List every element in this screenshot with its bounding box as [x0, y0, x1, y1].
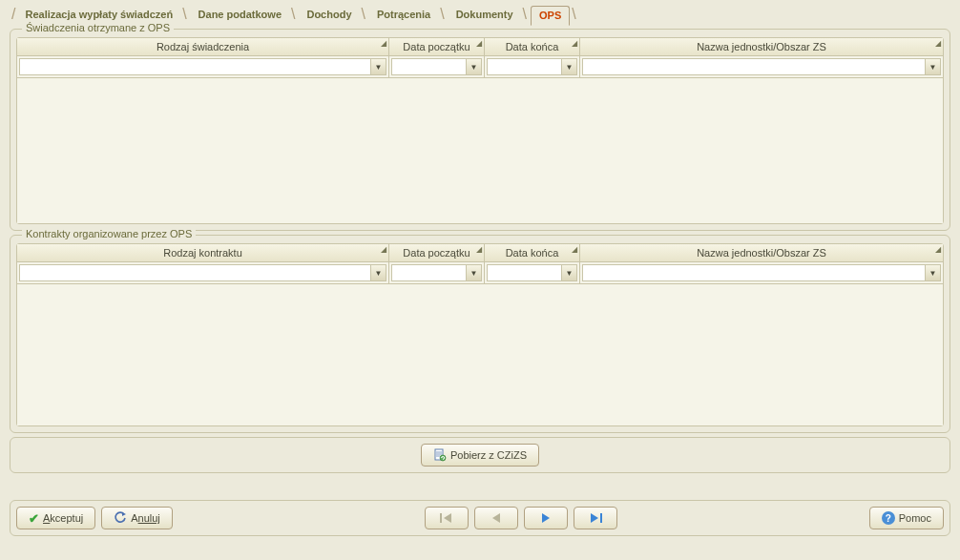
help-icon: ?: [882, 511, 895, 525]
grid-filter-row: ▼ ▼ ▼ ▼: [17, 262, 943, 284]
dropdown-icon[interactable]: ▼: [370, 265, 386, 280]
filter-rodzaj-kontraktu[interactable]: ▼: [19, 264, 386, 281]
accept-button[interactable]: ✔ Akceptuj: [16, 507, 95, 529]
svg-marker-5: [444, 513, 451, 523]
dropdown-icon[interactable]: ▼: [925, 265, 940, 280]
svg-marker-8: [591, 513, 598, 523]
col-data-konca[interactable]: Data końca◢: [485, 244, 580, 261]
nav-prev-button[interactable]: [474, 507, 518, 529]
group-kontrakty-ops: Kontrakty organizowane przez OPS Rodzaj …: [10, 235, 950, 433]
tab-label: OPS: [531, 6, 570, 26]
nav-last-button[interactable]: [574, 507, 617, 529]
dropdown-icon[interactable]: ▼: [466, 59, 481, 74]
col-nazwa-jednostki[interactable]: Nazwa jednostki/Obszar ZS◢: [580, 38, 943, 55]
svg-point-1: [440, 455, 446, 461]
nav-next-button[interactable]: [524, 507, 568, 529]
tab-label: Dochody: [299, 6, 359, 23]
document-refresh-icon: [433, 448, 447, 462]
col-rodzaj-swiadczenia[interactable]: Rodzaj świadczenia◢: [17, 38, 389, 55]
tab-ops[interactable]: OPS\: [531, 4, 578, 25]
svg-marker-6: [492, 513, 500, 523]
action-panel: Pobierz z CZiZS: [10, 437, 950, 473]
tab-label: Potrącenia: [369, 6, 438, 23]
group-swiadczenia-ops: Świadczenia otrzymane z OPS Rodzaj świad…: [10, 29, 950, 231]
grid-header: Rodzaj kontraktu◢ Data początku◢ Data ko…: [17, 244, 943, 262]
button-label: Akceptuj: [43, 512, 83, 524]
grid-header: Rodzaj świadczenia◢ Data początku◢ Data …: [17, 38, 943, 56]
sort-icon: ◢: [476, 245, 482, 254]
undo-icon: [114, 510, 127, 527]
dropdown-icon[interactable]: ▼: [370, 59, 386, 74]
filter-rodzaj-swiadczenia[interactable]: ▼: [19, 58, 386, 75]
tab-dokumenty[interactable]: Dokumenty\: [449, 4, 529, 25]
tab-label: Dane podatkowe: [191, 6, 289, 23]
button-label: Pomoc: [899, 512, 931, 524]
check-icon: ✔: [29, 511, 39, 526]
filter-data-poczatku[interactable]: ▼: [391, 58, 482, 75]
dropdown-icon[interactable]: ▼: [925, 59, 940, 74]
dropdown-icon[interactable]: ▼: [561, 59, 576, 74]
grid-body-empty: [17, 78, 943, 223]
col-data-poczatku[interactable]: Data początku◢: [389, 244, 485, 261]
filter-nazwa-jednostki[interactable]: ▼: [582, 58, 941, 75]
filter-data-poczatku[interactable]: ▼: [391, 264, 482, 281]
svg-rect-9: [600, 513, 602, 523]
tab-label: Realizacja wypłaty świadczeń: [17, 6, 180, 23]
tab-label: Dokumenty: [449, 6, 521, 23]
button-label: Anuluj: [131, 512, 160, 524]
svg-rect-4: [440, 513, 442, 523]
fetch-czizs-button[interactable]: Pobierz z CZiZS: [421, 444, 539, 467]
group-legend: Kontrakty organizowane przez OPS: [22, 228, 196, 239]
dropdown-icon[interactable]: ▼: [466, 265, 481, 280]
grid-filter-row: ▼ ▼ ▼ ▼: [17, 56, 943, 78]
filter-data-konca[interactable]: ▼: [487, 58, 577, 75]
nav-first-button[interactable]: [425, 507, 469, 529]
svg-marker-7: [542, 513, 550, 523]
sort-icon: ◢: [572, 245, 577, 254]
footer-panel: ✔ Akceptuj Anuluj ? Pomoc: [10, 500, 950, 536]
col-data-poczatku[interactable]: Data początku◢: [389, 38, 485, 55]
col-nazwa-jednostki[interactable]: Nazwa jednostki/Obszar ZS◢: [580, 244, 943, 261]
col-data-konca[interactable]: Data końca◢: [485, 38, 580, 55]
filter-nazwa-jednostki[interactable]: ▼: [582, 264, 941, 281]
tab-potracenia[interactable]: Potrącenia\: [369, 4, 447, 25]
grid-swiadczenia: Rodzaj świadczenia◢ Data początku◢ Data …: [16, 37, 944, 224]
tab-dochody[interactable]: Dochody\: [299, 4, 367, 25]
button-label: Pobierz z CZiZS: [450, 449, 527, 461]
col-rodzaj-kontraktu[interactable]: Rodzaj kontraktu◢: [17, 244, 389, 261]
svg-marker-3: [122, 512, 126, 516]
filter-data-konca[interactable]: ▼: [487, 264, 577, 281]
cancel-button[interactable]: Anuluj: [101, 507, 173, 529]
sort-icon: ◢: [935, 39, 941, 48]
sort-icon: ◢: [381, 39, 386, 48]
group-legend: Świadczenia otrzymane z OPS: [22, 22, 174, 33]
sort-icon: ◢: [381, 245, 386, 254]
grid-body-empty: [17, 284, 943, 425]
tab-dane-podatkowe[interactable]: Dane podatkowe\: [191, 4, 298, 25]
dropdown-icon[interactable]: ▼: [561, 265, 576, 280]
help-button[interactable]: ? Pomoc: [869, 507, 944, 529]
sort-icon: ◢: [935, 245, 941, 254]
grid-kontrakty: Rodzaj kontraktu◢ Data początku◢ Data ko…: [16, 243, 944, 426]
sort-icon: ◢: [572, 39, 577, 48]
sort-icon: ◢: [476, 39, 482, 48]
